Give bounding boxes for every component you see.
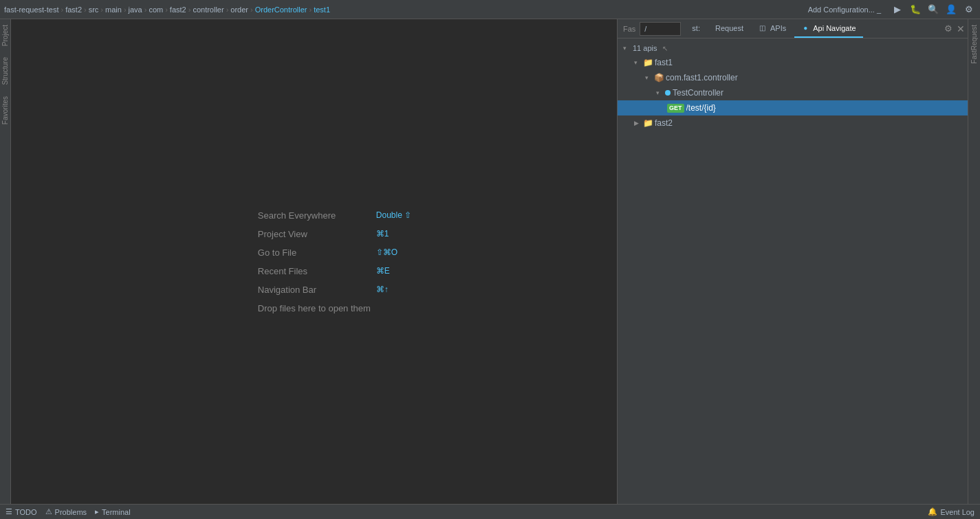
tab-settings-group: ⚙ ✕: [944, 23, 965, 34]
breadcrumb-sep-7: ›: [226, 5, 229, 14]
top-bar-right: Add Configuration... _ ▶ 🐛 🔍 👤 ⚙: [804, 3, 976, 16]
tree-controller-test[interactable]: ▾ TestController: [618, 85, 968, 100]
controller-label: TestController: [673, 88, 723, 98]
tab-api-navigate[interactable]: ● Api Navigate: [794, 20, 862, 38]
todo-item[interactable]: ☰ TODO: [6, 507, 37, 516]
fast2-folder-icon: 📁: [643, 118, 653, 128]
search-button[interactable]: 🔍: [926, 3, 940, 16]
root-chevron: ▾: [623, 45, 630, 52]
controller-chevron: ▾: [656, 89, 663, 96]
hint-go-to-file-label: Go to File: [258, 247, 368, 258]
fast1-label: fast1: [655, 58, 673, 67]
breadcrumb-test1[interactable]: test1: [314, 5, 330, 14]
problems-item[interactable]: ⚠ Problems: [45, 507, 87, 516]
add-configuration-button[interactable]: Add Configuration... _: [804, 4, 885, 15]
tree-folder-fast2[interactable]: ▶ 📁 fast2: [618, 115, 968, 131]
fast1-folder-icon: 📁: [643, 58, 653, 67]
hint-drop-files: Drop files here to open them: [258, 303, 411, 313]
breadcrumb-sep-8: ›: [250, 5, 253, 14]
add-configuration-label: Add Configuration...: [808, 5, 875, 14]
breadcrumb-sep-2: ›: [100, 5, 103, 14]
hint-recent-files: Recent Files ⌘E: [258, 266, 411, 276]
controller-dot-icon: [665, 90, 671, 96]
breadcrumb-fast2[interactable]: fast2: [65, 5, 82, 14]
breadcrumb-sep-6: ›: [188, 5, 191, 14]
breadcrumb-fast2b[interactable]: fast2: [170, 5, 186, 14]
api-count-header: ▾ 11 apis ↖: [618, 41, 968, 55]
breadcrumb-main[interactable]: main: [105, 5, 122, 14]
hint-search-everywhere-shortcut: Double ⇧: [376, 210, 411, 220]
tab-st[interactable]: st:: [685, 20, 707, 38]
favorites-label[interactable]: Favorites: [0, 91, 10, 130]
problems-label: Problems: [55, 508, 87, 516]
right-panel-tabs: Fas st: Request ◫ APIs ● Api Navigate ⚙ …: [618, 19, 968, 38]
tab-apis-label: APIs: [770, 24, 786, 32]
breadcrumb-order[interactable]: order: [230, 5, 248, 14]
right-panel: Fas st: Request ◫ APIs ● Api Navigate ⚙ …: [617, 19, 968, 504]
breadcrumb-sep-0: ›: [61, 5, 63, 14]
top-bar: fast-request-test › fast2 › src › main ›…: [0, 0, 980, 19]
tab-st-label: st:: [692, 24, 700, 32]
breadcrumb-sep-1: ›: [84, 5, 87, 14]
hint-project-view-label: Project View: [258, 229, 368, 239]
package-label: com.fast1.controller: [666, 73, 738, 82]
breadcrumb-order-controller[interactable]: OrderController: [255, 5, 307, 14]
breadcrumb-sep-9: ›: [309, 5, 312, 14]
tab-request[interactable]: Request: [708, 20, 750, 38]
event-log-icon: 🔔: [928, 507, 937, 516]
hint-go-to-file: Go to File ⇧⌘O: [258, 247, 411, 258]
hint-project-view-shortcut: ⌘1: [376, 229, 389, 239]
hint-navigation-bar-label: Navigation Bar: [258, 285, 368, 295]
structure-label[interactable]: Structure: [0, 52, 10, 91]
tree-api-get-test-id[interactable]: GET /test/{id}: [618, 100, 968, 115]
fast1-chevron: ▾: [634, 59, 641, 66]
project-label[interactable]: Project: [0, 19, 10, 52]
hint-navigation-bar-shortcut: ⌘↑: [376, 285, 389, 294]
right-strip: FastRequest: [968, 19, 980, 504]
panel-close-icon[interactable]: ✕: [957, 23, 965, 34]
tree-folder-fast1[interactable]: ▾ 📁 fast1: [618, 55, 968, 70]
settings-button[interactable]: ⚙: [962, 3, 976, 16]
breadcrumb-sep-5: ›: [165, 5, 168, 14]
profile-button[interactable]: 👤: [944, 3, 958, 16]
breadcrumb-java[interactable]: java: [129, 5, 142, 14]
hint-search-everywhere-label: Search Everywhere: [258, 210, 368, 221]
tab-request-label: Request: [715, 24, 743, 32]
run-button[interactable]: ▶: [891, 3, 904, 16]
breadcrumb: fast-request-test › fast2 › src › main ›…: [4, 5, 330, 14]
package-icon: 📦: [654, 73, 664, 82]
hint-go-to-file-shortcut: ⇧⌘O: [376, 247, 398, 257]
event-log-item[interactable]: 🔔 Event Log: [928, 507, 974, 516]
add-configuration-underscore: _: [877, 5, 881, 14]
editor-area: Search Everywhere Double ⇧ Project View …: [11, 19, 617, 504]
api-path-label: /test/{id}: [686, 103, 716, 113]
api-tree: ▾ 11 apis ↖ ▾ 📁 fast1 ▾ 📦 com.fast1.cont…: [618, 38, 968, 504]
fast2-label: fast2: [655, 118, 673, 128]
fast2-chevron: ▶: [634, 120, 641, 126]
debug-button[interactable]: 🐛: [908, 3, 922, 16]
terminal-item[interactable]: ▸ Terminal: [95, 507, 131, 516]
package-chevron: ▾: [645, 74, 652, 81]
api-count-label: 11 apis: [633, 44, 657, 52]
hint-drop-files-label: Drop files here to open them: [258, 303, 371, 313]
api-search-input[interactable]: [640, 22, 681, 36]
tab-apis[interactable]: ◫ APIs: [752, 20, 793, 38]
breadcrumb-src[interactable]: src: [89, 5, 99, 14]
breadcrumb-project[interactable]: fast-request-test: [4, 5, 58, 14]
event-log-label: Event Log: [940, 508, 974, 516]
problems-icon: ⚠: [45, 507, 52, 516]
terminal-label: Terminal: [102, 508, 131, 516]
panel-settings-icon[interactable]: ⚙: [944, 23, 952, 34]
breadcrumb-com[interactable]: com: [149, 5, 163, 14]
breadcrumb-controller[interactable]: controller: [193, 5, 224, 14]
hint-project-view: Project View ⌘1: [258, 229, 411, 239]
todo-icon: ☰: [6, 507, 12, 516]
fast-request-label[interactable]: FastRequest: [969, 19, 979, 69]
cursor-icon: ↖: [662, 45, 668, 52]
tree-package-com-fast1[interactable]: ▾ 📦 com.fast1.controller: [618, 70, 968, 85]
fast-icon: Fas: [620, 25, 638, 33]
top-bar-icons: ▶ 🐛 🔍 👤 ⚙: [891, 3, 976, 16]
todo-label: TODO: [15, 508, 37, 516]
bottom-bar: ☰ TODO ⚠ Problems ▸ Terminal 🔔 Event Log: [0, 504, 980, 519]
main-content: Project Structure Favorites Search Every…: [0, 19, 980, 504]
